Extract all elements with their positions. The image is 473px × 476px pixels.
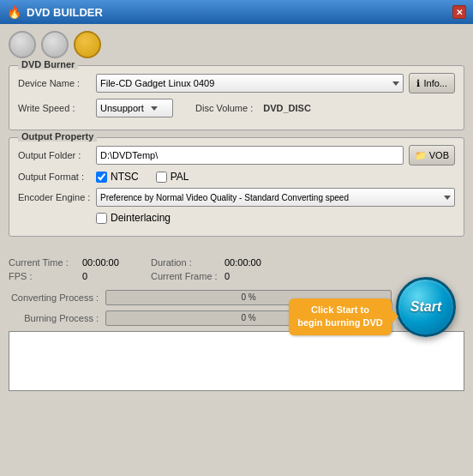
device-name-row: Device Name : File-CD Gadget Linux 0409 … <box>18 73 455 93</box>
close-window-button[interactable]: ✕ <box>452 5 466 19</box>
current-frame-label: Current Frame : <box>151 271 219 281</box>
encoder-engine-value: Preference by Normal Video Quality - Sta… <box>100 193 349 202</box>
info-button-label: Info... <box>423 78 447 88</box>
stats-row-1: Current Time : 00:00:00 Duration : 00:00… <box>9 257 464 268</box>
fps-label: FPS : <box>9 271 77 281</box>
start-button[interactable]: Start <box>396 277 456 337</box>
device-name-dropdown[interactable]: File-CD Gadget Linux 0409 <box>96 74 404 93</box>
deinterlacing-label: Deinterlacing <box>111 212 171 224</box>
start-button-label: Start <box>410 299 441 315</box>
duration-value: 00:00:00 <box>225 257 276 268</box>
output-property-group: Output Property Output Folder : 📁 VOB Ou… <box>9 137 464 237</box>
pal-label: PAL <box>171 171 189 183</box>
app-title: DVD BUILDER <box>27 6 103 19</box>
current-time-pair: Current Time : 00:00:00 <box>9 257 134 268</box>
current-frame-pair: Current Frame : 0 <box>151 271 276 281</box>
output-property-title: Output Property <box>18 131 97 142</box>
vob-button-label: VOB <box>429 150 449 160</box>
dvd-burner-group: DVD Burner Device Name : File-CD Gadget … <box>9 65 464 130</box>
fps-pair: FPS : 0 <box>9 271 134 281</box>
ntsc-checkbox[interactable] <box>96 172 107 183</box>
fps-value: 0 <box>82 271 134 281</box>
main-content: DVD Burner Device Name : File-CD Gadget … <box>0 65 473 252</box>
info-button[interactable]: ℹ Info... <box>409 73 455 93</box>
pal-option: PAL <box>156 171 189 183</box>
progress-start-area: Converting Process : 0 % Burning Process… <box>9 290 464 326</box>
stats-section: Current Time : 00:00:00 Duration : 00:00… <box>0 252 473 290</box>
device-name-label: Device Name : <box>18 78 91 88</box>
output-folder-row: Output Folder : 📁 VOB <box>18 145 455 166</box>
ntsc-option: NTSC <box>96 171 139 183</box>
duration-pair: Duration : 00:00:00 <box>151 257 276 268</box>
device-name-value: File-CD Gadget Linux 0409 <box>100 78 214 88</box>
output-folder-input[interactable] <box>96 146 404 165</box>
write-speed-arrow <box>151 106 158 111</box>
title-bar-left: 🔥 DVD BUILDER <box>7 5 103 19</box>
current-time-label: Current Time : <box>9 257 77 268</box>
device-dropdown-arrow <box>392 81 399 86</box>
current-frame-value: 0 <box>225 271 276 281</box>
deinterlacing-checkbox[interactable] <box>96 213 107 224</box>
output-format-row: Output Format : NTSC PAL <box>18 171 455 183</box>
flame-icon: 🔥 <box>7 5 21 19</box>
minimize-button[interactable] <box>9 31 36 58</box>
app-close-button[interactable] <box>74 31 101 58</box>
duration-label: Duration : <box>151 257 219 268</box>
current-time-value: 00:00:00 <box>82 257 134 268</box>
encoder-engine-label: Encoder Engine : <box>18 192 91 202</box>
stats-row-2: FPS : 0 Current Frame : 0 <box>9 271 464 281</box>
log-area[interactable] <box>9 331 464 391</box>
write-speed-value: Unsupport <box>100 103 144 113</box>
converting-process-label: Converting Process : <box>9 292 99 303</box>
output-format-label: Output Format : <box>18 172 91 182</box>
deinterlacing-row: Deinterlacing <box>18 212 455 224</box>
encoder-dropdown-arrow <box>444 196 451 200</box>
folder-icon: 📁 <box>415 150 427 161</box>
output-folder-label: Output Folder : <box>18 150 91 160</box>
maximize-button[interactable] <box>41 31 69 58</box>
tooltip-text: Click Start to begin burning DVD <box>297 304 383 328</box>
write-speed-label: Write Speed : <box>18 103 91 113</box>
title-bar: 🔥 DVD BUILDER ✕ <box>0 0 473 24</box>
tooltip-bubble: Click Start to begin burning DVD <box>289 298 392 335</box>
format-options: NTSC PAL <box>96 171 189 183</box>
disc-volume-label: Disc Volume : <box>195 103 253 113</box>
info-icon: ℹ <box>416 78 420 89</box>
dvd-burner-title: DVD Burner <box>18 59 78 69</box>
ntsc-label: NTSC <box>111 171 139 183</box>
disc-volume-value: DVD_DISC <box>263 103 311 113</box>
write-speed-row: Write Speed : Unsupport Disc Volume : DV… <box>18 99 455 117</box>
encoder-engine-row: Encoder Engine : Preference by Normal Vi… <box>18 188 455 207</box>
pal-checkbox[interactable] <box>156 172 167 183</box>
deinterlacing-option: Deinterlacing <box>96 212 171 224</box>
vob-button[interactable]: 📁 VOB <box>409 145 455 166</box>
burning-process-label: Burning Process : <box>9 313 99 323</box>
encoder-engine-dropdown[interactable]: Preference by Normal Video Quality - Sta… <box>96 188 455 207</box>
write-speed-dropdown[interactable]: Unsupport <box>96 99 173 117</box>
